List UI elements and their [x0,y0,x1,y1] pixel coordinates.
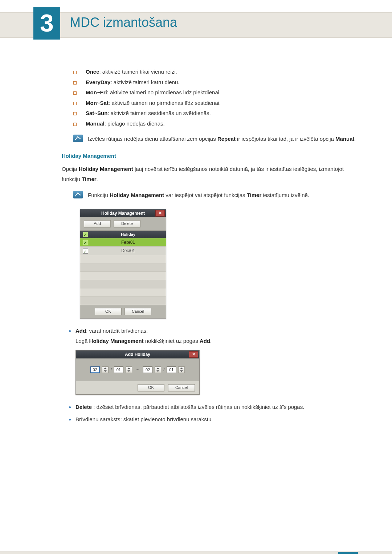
option-everyday: EveryDay: aktivizē taimeri katru dienu. [73,77,356,88]
spinner-button[interactable] [102,366,109,373]
holiday-table: Holiday Feb/01 Dec/01 [80,230,166,305]
range-separator: ~ [134,368,141,372]
holiday-row-empty [80,255,166,263]
note-repeat-manual: Izvēles rūtiņas nedēļas dienu atlasīšana… [73,135,356,143]
cancel-button[interactable]: Cancel [124,308,151,315]
holiday-row[interactable]: Dec/01 [80,246,166,255]
ok-button[interactable]: OK [138,384,164,391]
holiday-column-header: Holiday [90,231,166,238]
chapter-number-badge: 3 [33,7,60,40]
ok-button[interactable]: OK [95,308,122,315]
month-end-input[interactable]: 02 [143,366,152,373]
holiday-row-empty [80,288,166,296]
spinner-button[interactable] [126,366,132,373]
bullet-delete: Delete : dzēsiet brīvdienas. pārbaudiet … [69,402,356,413]
dialog-footer: OK Cancel [80,305,166,318]
holiday-row-empty [80,296,166,305]
option-monfri: Mon~Fri: aktivizē taimeri no pirmdienas … [73,87,356,98]
option-manual: Manual: pielāgo nedēļas dienas. [73,119,356,129]
note-icon [73,135,83,142]
holiday-row-empty [80,263,166,271]
bullet-list-desc: Brīvdienu saraksts: skatiet pievienoto b… [69,414,356,425]
close-button[interactable]: ✕ [155,210,165,217]
option-once: Once: aktivizē taimeri tikai vienu reizi… [73,67,356,77]
holiday-row-empty [80,280,166,288]
page-number: 95 [338,552,358,554]
month-start-input[interactable]: 02 [90,366,100,373]
spinner-button[interactable] [178,366,185,373]
day-end-input[interactable]: 01 [167,366,176,373]
day-start-input[interactable]: 01 [114,366,123,373]
holiday-bullets-2: Delete : dzēsiet brīvdienas. pārbaudiet … [69,402,356,425]
date-range-row: 02 / 01 ~ 02 / 01 [76,358,199,381]
timer-options-list: Once: aktivizē taimeri tikai vienu reizi… [73,67,356,129]
holiday-date: Dec/01 [90,247,166,255]
dialog-toolbar: Add Delete [80,217,166,230]
date-separator: / [111,368,112,372]
dialog-title: Add Holiday [125,352,150,357]
holiday-date: Feb/01 [90,238,166,246]
holiday-row[interactable]: Feb/01 [80,238,166,246]
date-separator: / [163,368,164,372]
holiday-management-dialog: Holiday Management ✕ Add Delete Holiday … [80,209,166,319]
row-checkbox[interactable] [83,240,88,245]
close-button[interactable]: ✕ [189,351,198,358]
page-footer: 3 MDC izmantošana 95 [0,551,392,554]
add-holiday-dialog: Add Holiday ✕ 02 / 01 ~ 02 / 01 OK Cance… [75,350,200,395]
chapter-title: MDC izmantošana [70,15,177,30]
row-checkbox[interactable] [83,248,88,254]
add-button[interactable]: Add [84,220,111,227]
option-satsun: Sat~Sun: aktivizē taimeri sestdienās un … [73,108,356,119]
holiday-management-paragraph: Opcija Holiday Management ļauj novērst i… [62,164,356,184]
spinner-button[interactable] [155,366,161,373]
holiday-management-heading: Holiday Management [62,153,356,159]
dialog-title-bar: Holiday Management ✕ [80,209,166,217]
holiday-row-empty [80,271,166,280]
dialog-footer: OK Cancel [76,381,199,394]
dialog-title-bar: Add Holiday ✕ [76,350,199,358]
bullet-add: Add: varat norādīt brīvdienas. Logā Holi… [69,326,356,346]
checkbox-header[interactable] [80,231,90,238]
note-holiday-timer: Funkciju Holiday Management var iespējot… [73,191,356,200]
cancel-button[interactable]: Cancel [168,384,195,391]
option-monsat: Mon~Sat: aktivizē taimeri no pirmdienas … [73,98,356,108]
note-icon [73,191,83,198]
dialog-title: Holiday Management [101,211,145,216]
holiday-bullets: Add: varat norādīt brīvdienas. Logā Holi… [69,326,356,346]
chapter-header: 3 MDC izmantošana [0,12,392,38]
delete-button[interactable]: Delete [114,220,140,227]
